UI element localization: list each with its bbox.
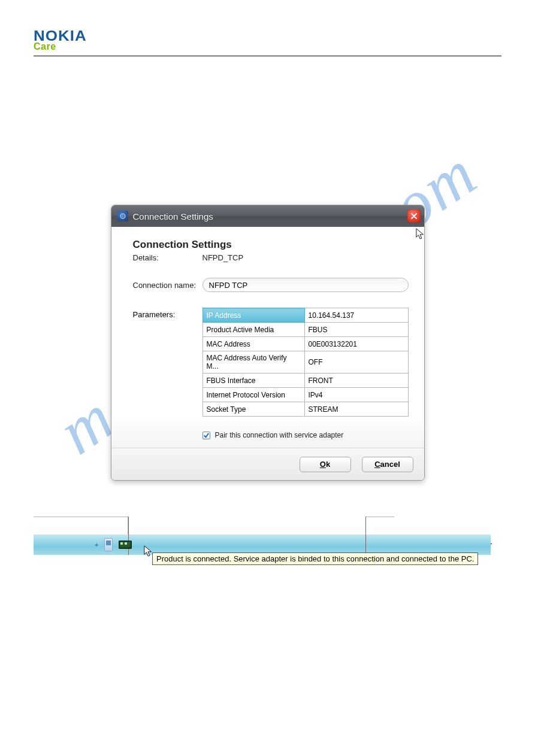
adapter-icon <box>119 541 132 549</box>
parameters-label: Parameters: <box>133 308 202 319</box>
connection-name-input[interactable] <box>202 278 409 292</box>
table-row[interactable]: MAC Address 00E003132201 <box>202 337 408 351</box>
section-heading: Connection Settings <box>133 239 409 251</box>
param-value: FBUS <box>304 323 408 337</box>
table-row[interactable]: IP Address 10.164.54.137 <box>202 308 408 323</box>
param-value: IPv4 <box>304 388 408 402</box>
dialog-body: Connection Settings Details: NFPD_TCP Co… <box>111 227 424 448</box>
status-tooltip: Product is connected. Service adapter is… <box>152 552 478 565</box>
status-strip: + Product is connected. Service adapter … <box>34 517 491 580</box>
param-key: FBUS Interface <box>202 374 304 388</box>
ok-button[interactable]: Ok <box>300 457 351 472</box>
phone-icon <box>104 538 113 551</box>
connection-settings-dialog: Connection Settings Connection Settings … <box>111 205 425 481</box>
parameters-table[interactable]: IP Address 10.164.54.137 Product Active … <box>202 308 409 417</box>
close-button[interactable] <box>407 210 421 223</box>
param-value: 00E003132201 <box>304 337 408 351</box>
table-row[interactable]: Product Active Media FBUS <box>202 323 408 337</box>
dialog-title: Connection Settings <box>133 211 213 221</box>
connection-name-label: Connection name: <box>133 281 202 290</box>
dialog-button-bar: Ok Cancel <box>111 448 424 480</box>
param-value: STREAM <box>304 402 408 417</box>
param-value: OFF <box>304 351 408 374</box>
param-key: Product Active Media <box>202 323 304 337</box>
param-key: Socket Type <box>202 402 304 417</box>
pair-checkbox[interactable] <box>202 432 210 439</box>
app-icon <box>117 211 128 221</box>
param-key: MAC Address Auto Verify M... <box>202 351 304 374</box>
expand-icon[interactable]: + <box>95 541 98 548</box>
param-key: MAC Address <box>202 337 304 351</box>
details-value: NFPD_TCP <box>202 253 244 262</box>
table-row[interactable]: Internet Protocol Version IPv4 <box>202 388 408 402</box>
param-value: 10.164.54.137 <box>304 308 408 323</box>
param-key: IP Address <box>202 308 304 323</box>
cancel-button[interactable]: Cancel <box>362 457 413 472</box>
pair-checkbox-label: Pair this connection with service adapte… <box>215 431 344 439</box>
dialog-titlebar: Connection Settings <box>111 205 424 227</box>
page-header: NOKIA Care <box>34 29 501 56</box>
table-row[interactable]: MAC Address Auto Verify M... OFF <box>202 351 408 374</box>
param-key: Internet Protocol Version <box>202 388 304 402</box>
table-row[interactable]: FBUS Interface FRONT <box>202 374 408 388</box>
table-row[interactable]: Socket Type STREAM <box>202 402 408 417</box>
param-value: FRONT <box>304 374 408 388</box>
details-label: Details: <box>133 253 202 262</box>
logo-nokia: NOKIA <box>34 29 535 43</box>
